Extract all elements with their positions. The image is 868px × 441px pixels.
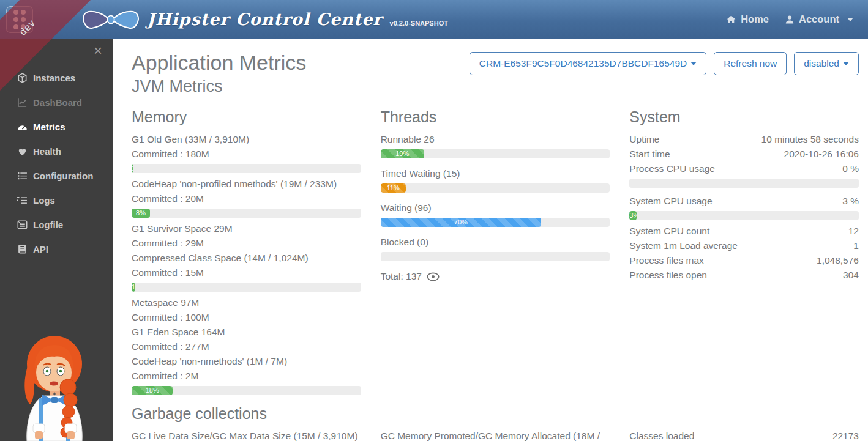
- gc-item: GC Memory Promoted/GC Memory Allocated (…: [381, 429, 610, 441]
- progress-bar: 18%: [132, 386, 361, 395]
- sidebar-item-label: Metrics: [33, 122, 65, 132]
- book-icon: [17, 244, 28, 254]
- sidebar: × Instances DashBoard Metrics Health: [0, 39, 113, 441]
- progress-bar: [629, 179, 859, 188]
- memory-pool-name: CodeHeap 'non-profiled nmethods' (19M / …: [132, 177, 361, 191]
- progress-bar: 19%: [381, 149, 610, 158]
- memory-pool-committed: Committed : 180M: [132, 147, 361, 161]
- refresh-button[interactable]: Refresh now: [714, 52, 787, 75]
- list-alt-icon: [17, 220, 28, 230]
- brand[interactable]: JHipster Control Center v0.2.0-SNAPSHOT: [81, 7, 448, 32]
- gc-item-name: GC Live Data Size/GC Max Data Size (15M …: [132, 429, 361, 441]
- caret-down-icon: [847, 18, 853, 21]
- instance-selector[interactable]: CRM-E653F9C5F0D46842135D7BBCDF16549D: [470, 52, 706, 75]
- thread-state-label: Waiting (96): [381, 201, 610, 215]
- system-row: Process files max 1,048,576: [629, 253, 859, 268]
- sidebar-item-label: Configuration: [33, 171, 93, 181]
- tachometer-icon: [17, 122, 28, 132]
- system-row: Process files open 304: [629, 268, 859, 283]
- sidebar-item-label: Health: [33, 146, 61, 157]
- chart-line-icon: [17, 97, 28, 108]
- system-row-value: 1: [853, 239, 859, 253]
- classes-row-value: 22173: [832, 429, 859, 441]
- system-row-value: 1,048,576: [817, 253, 859, 268]
- memory-pool-name: G1 Old Gen (33M / 3,910M): [132, 132, 361, 147]
- system-row-label: System CPU count: [629, 224, 709, 239]
- system-section: System Uptime 10 minutes 58 seconds Star…: [629, 102, 859, 399]
- page-subtitle: JVM Metrics: [132, 77, 306, 96]
- progress-bar: 1%: [132, 283, 361, 292]
- heart-icon: [17, 146, 28, 157]
- thread-state-label: Timed Waiting (15): [381, 166, 610, 181]
- brand-title: JHipster Control Center: [147, 10, 383, 29]
- thread-state-label: Runnable 26: [381, 132, 610, 147]
- sidebar-item-dashboard[interactable]: DashBoard: [0, 90, 113, 114]
- home-label: Home: [741, 13, 769, 25]
- memory-pool-committed: Committed : 29M: [132, 236, 361, 251]
- memory-section: Memory G1 Old Gen (33M / 3,910M) Committ…: [132, 102, 361, 399]
- system-row: Process CPU usage 0 %: [629, 161, 859, 176]
- refresh-interval-selector[interactable]: disabled: [794, 52, 859, 75]
- memory-pool-name: Compressed Class Space (14M / 1,024M): [132, 251, 361, 265]
- gc-item: GC Live Data Size/GC Max Data Size (15M …: [132, 429, 361, 441]
- memory-heading: Memory: [132, 108, 361, 126]
- progress-bar: 1%: [132, 164, 361, 173]
- threads-total: Total: 137: [381, 269, 422, 284]
- sidebar-item-label: Instances: [33, 73, 75, 83]
- system-row: System 1m Load average 1: [629, 239, 859, 253]
- memory-pool-name: CodeHeap 'non-nmethods' (1M / 7M): [132, 354, 361, 369]
- cube-icon: [17, 73, 28, 83]
- list-icon: [17, 171, 28, 181]
- refresh-label: Refresh now: [724, 58, 777, 69]
- memory-pool-name: Metaspace 97M: [132, 295, 361, 310]
- sidebar-item-metrics[interactable]: Metrics: [0, 114, 113, 139]
- sidebar-item-logs[interactable]: Logs: [0, 188, 113, 212]
- top-navbar: JHipster Control Center v0.2.0-SNAPSHOT …: [0, 0, 868, 39]
- account-menu[interactable]: Account: [785, 13, 853, 25]
- sidebar-item-instances[interactable]: Instances: [0, 65, 113, 90]
- instance-selector-label: CRM-E653F9C5F0D46842135D7BBCDF16549D: [479, 58, 687, 69]
- gc-classes: Classes loaded 22173 Classes unloaded 0: [629, 429, 859, 441]
- system-heading: System: [629, 108, 859, 126]
- system-row-label: System CPU usage: [629, 194, 712, 209]
- system-row-value: 0 %: [842, 161, 859, 176]
- caret-down-icon: [843, 62, 849, 65]
- system-row-value: 304: [843, 268, 859, 283]
- system-row: System CPU count 12: [629, 224, 859, 239]
- home-icon: [726, 15, 736, 24]
- sidebar-item-logfile[interactable]: Logfile: [0, 212, 113, 237]
- progress-bar: 8%: [132, 209, 361, 218]
- threads-heading: Threads: [381, 108, 610, 126]
- thread-state-label: Blocked (0): [381, 235, 610, 250]
- apps-grid-icon[interactable]: [6, 6, 33, 33]
- system-row: System CPU usage 3 %: [629, 194, 859, 209]
- system-row-value: 10 minutes 58 seconds: [761, 132, 859, 147]
- system-row: Uptime 10 minutes 58 seconds: [629, 132, 859, 147]
- system-row-label: Start time: [629, 147, 670, 161]
- sidebar-item-label: DashBoard: [33, 97, 82, 108]
- bowtie-logo: [81, 7, 141, 32]
- system-row-label: Uptime: [629, 132, 659, 147]
- sidebar-item-api[interactable]: API: [0, 237, 113, 261]
- gc-heading: Garbage collections: [132, 405, 859, 423]
- system-row-value: 3 %: [842, 194, 859, 209]
- main-content: Application Metrics JVM Metrics CRM-E653…: [113, 39, 868, 441]
- progress-bar: 3%: [629, 211, 859, 220]
- close-icon[interactable]: ×: [94, 43, 102, 58]
- system-row-label: Process CPU usage: [629, 161, 715, 176]
- system-row-value: 12: [848, 224, 859, 239]
- system-row-label: Process files open: [629, 268, 707, 283]
- account-label: Account: [799, 13, 839, 25]
- progress-bar: 70%: [381, 218, 610, 227]
- eye-icon[interactable]: [427, 272, 440, 281]
- home-link[interactable]: Home: [726, 13, 769, 25]
- caret-down-icon: [690, 62, 697, 65]
- classes-row: Classes loaded 22173: [629, 429, 859, 441]
- system-row-value: 2020-10-26 16:06: [784, 147, 859, 161]
- memory-pool-committed: Committed : 20M: [132, 191, 361, 206]
- interval-label: disabled: [804, 58, 839, 69]
- sidebar-item-configuration[interactable]: Configuration: [0, 163, 113, 188]
- sidebar-item-health[interactable]: Health: [0, 139, 113, 163]
- brand-version: v0.2.0-SNAPSHOT: [390, 20, 448, 27]
- gc-item-name: GC Memory Promoted/GC Memory Allocated (…: [381, 429, 610, 441]
